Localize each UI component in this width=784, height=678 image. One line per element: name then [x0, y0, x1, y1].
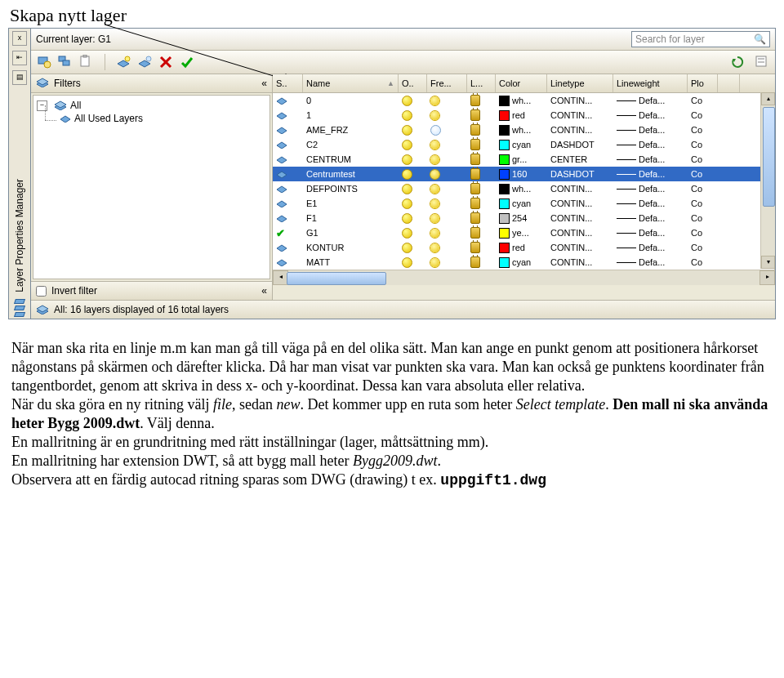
table-row[interactable]: KONTURredCONTIN...Defa...Co	[273, 240, 774, 255]
table-row[interactable]: DEFPOINTSwh...CONTIN...Defa...Co	[273, 181, 774, 196]
col-name: Name▲	[303, 74, 399, 92]
new-group-filter-button[interactable]	[57, 54, 74, 70]
col-status: S..	[273, 74, 303, 92]
col-lock: L...	[467, 74, 496, 92]
search-input[interactable]: Search for layer 🔍	[631, 31, 770, 47]
svg-marker-29	[277, 186, 287, 193]
svg-marker-28	[277, 172, 287, 178]
table-row[interactable]: F1254CONTIN...Defa...Co	[273, 211, 774, 225]
svg-marker-30	[277, 201, 287, 207]
table-row[interactable]: 1redCONTIN...Defa...Co	[273, 108, 774, 123]
layer-grid[interactable]: 0wh...CONTIN...Defa...Co1redCONTIN...Def…	[273, 93, 775, 270]
tree-node-all[interactable]: All	[70, 100, 81, 111]
svg-marker-33	[277, 260, 287, 266]
svg-marker-31	[277, 216, 287, 222]
svg-point-3	[44, 61, 51, 68]
invert-filter-checkbox[interactable]	[36, 286, 47, 297]
panel-title: Layer Properties Manager	[9, 87, 30, 297]
table-row[interactable]: 0wh...CONTIN...Defa...Co	[273, 93, 774, 108]
horizontal-scrollbar[interactable]: ◂ ▸	[273, 270, 775, 285]
filter-tree[interactable]: − All All Used Layers	[33, 95, 270, 279]
collapse-invert-button[interactable]: «	[261, 285, 267, 297]
tree-node-used[interactable]: All Used Layers	[74, 113, 143, 124]
svg-marker-22	[60, 116, 70, 123]
table-row[interactable]: ✔G1ye...CONTIN...Defa...Co	[273, 225, 774, 240]
col-freeze: Fre...	[427, 74, 467, 92]
svg-rect-17	[758, 61, 764, 63]
autohide-button[interactable]: ⇤	[12, 51, 27, 65]
svg-marker-32	[277, 245, 287, 252]
svg-rect-6	[81, 56, 89, 66]
col-lineweight: Lineweight	[613, 74, 688, 92]
settings-button[interactable]	[754, 54, 770, 70]
invert-filter-label: Invert filter	[51, 285, 97, 297]
table-row[interactable]: Centrumtest160DASHDOTDefa...Co	[273, 167, 774, 181]
table-row[interactable]: CENTRUMgr...CENTERDefa...Co	[273, 152, 774, 167]
table-row[interactable]: MATTcyanCONTIN...Defa...Co	[273, 255, 774, 270]
col-color: Color	[496, 74, 547, 92]
collapse-button[interactable]: ▤	[12, 70, 27, 85]
layer-stack-icon	[11, 299, 28, 317]
svg-line-0	[105, 25, 292, 82]
status-bar: All: 16 layers displayed of 16 total lay…	[31, 300, 775, 319]
close-button[interactable]: x	[12, 31, 27, 46]
grid-header[interactable]: S.. Name▲ O.. Fre... L... Color Linetype…	[273, 74, 775, 93]
vertical-scrollbar[interactable]: ▴ ▾	[760, 92, 775, 269]
layer-states-button[interactable]	[78, 54, 95, 70]
svg-marker-26	[277, 142, 287, 149]
table-row[interactable]: C2cyanDASHDOTDefa...Co	[273, 137, 774, 152]
svg-rect-16	[758, 58, 764, 60]
search-icon: 🔍	[754, 33, 766, 45]
new-property-filter-button[interactable]	[36, 54, 52, 70]
layer-stack-icon	[36, 78, 49, 90]
svg-rect-5	[63, 60, 69, 65]
refresh-button[interactable]	[729, 54, 746, 70]
table-row[interactable]: AME_FRZwh...CONTIN...Defa...Co	[273, 123, 774, 137]
svg-marker-24	[277, 113, 287, 119]
col-on: O..	[399, 74, 427, 92]
body-text: När man ska rita en linje m.m kan man gå…	[8, 339, 776, 490]
table-row[interactable]: E1cyanCONTIN...Defa...Co	[273, 196, 774, 211]
svg-marker-23	[277, 98, 287, 105]
col-linetype: Linetype	[547, 74, 613, 92]
svg-rect-7	[83, 55, 87, 57]
col-plot: Plo	[688, 74, 718, 92]
svg-marker-27	[277, 157, 287, 163]
svg-marker-25	[277, 127, 287, 134]
